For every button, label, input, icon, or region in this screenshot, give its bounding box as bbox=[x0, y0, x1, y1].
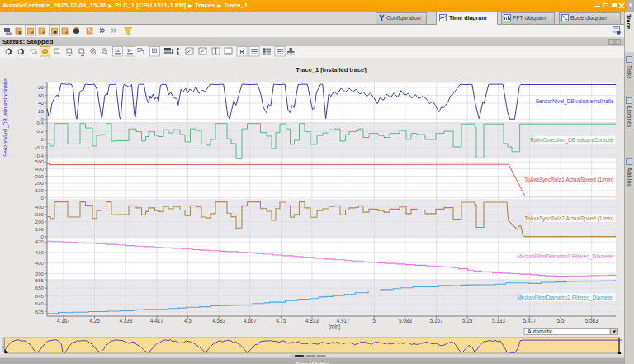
svg-text:300: 300 bbox=[35, 211, 45, 217]
svg-text:400: 400 bbox=[35, 204, 45, 210]
svg-text:5.5: 5.5 bbox=[557, 318, 565, 324]
svg-text:655: 655 bbox=[35, 277, 45, 283]
svg-text:420: 420 bbox=[35, 239, 45, 244]
svg-text:80: 80 bbox=[38, 84, 44, 90]
svg-text:5.583: 5.583 bbox=[585, 318, 599, 324]
svg-text:635: 635 bbox=[35, 309, 45, 314]
svg-text:MedianFilterDiametru1.Filtered: MedianFilterDiametru1.Filtered_Diameter bbox=[517, 253, 614, 260]
svg-text:Signal table: Signal table bbox=[296, 361, 329, 364]
svg-text:400: 400 bbox=[35, 166, 45, 172]
svg-text:4.833: 4.833 bbox=[305, 318, 319, 324]
svg-text:300: 300 bbox=[35, 173, 45, 179]
svg-text:SenzorNivel_DB.valoareInclinat: SenzorNivel_DB.valoareInclinatie bbox=[2, 78, 9, 157]
svg-text:MedianFilterDiametru2.Filtered: MedianFilterDiametru2.Filtered_Diameter bbox=[517, 295, 614, 301]
svg-text:0.4: 0.4 bbox=[37, 120, 45, 125]
svg-text:[min]: [min] bbox=[329, 324, 340, 330]
svg-text:Trace_1 [Installed trace]: Trace_1 [Installed trace] bbox=[296, 66, 367, 73]
svg-text:100: 100 bbox=[35, 187, 45, 193]
svg-text:5: 5 bbox=[373, 318, 376, 324]
svg-text:60: 60 bbox=[38, 92, 44, 98]
svg-text:R: R bbox=[240, 49, 244, 54]
svg-text:ToAxaSyncRola1.ActualSpeed (1/: ToAxaSyncRola1.ActualSpeed (1/min) bbox=[524, 177, 613, 183]
svg-text:0.2: 0.2 bbox=[37, 128, 45, 134]
svg-text:650: 650 bbox=[35, 285, 45, 291]
svg-text:4.167: 4.167 bbox=[57, 318, 70, 324]
svg-text:Automatic: Automatic bbox=[528, 329, 553, 334]
svg-text:4.583: 4.583 bbox=[212, 318, 225, 324]
svg-text:100: 100 bbox=[35, 226, 45, 232]
svg-text:640: 640 bbox=[35, 300, 45, 306]
svg-text:-0.2: -0.2 bbox=[35, 144, 44, 150]
svg-text:1=: 1= bbox=[127, 48, 132, 53]
svg-text:ToAxaSyncRola2.ActualSpeed (1/: ToAxaSyncRola2.ActualSpeed (1/min) bbox=[524, 215, 613, 222]
svg-text:4.5: 4.5 bbox=[184, 318, 192, 324]
svg-text:400: 400 bbox=[35, 260, 45, 266]
svg-text:5.333: 5.333 bbox=[492, 318, 505, 324]
svg-text:500: 500 bbox=[35, 158, 45, 164]
svg-text:410: 410 bbox=[35, 249, 45, 255]
svg-text:4.333: 4.333 bbox=[119, 318, 132, 324]
svg-text:5.417: 5.417 bbox=[523, 318, 537, 324]
svg-text:RatioCorection_DB.valoareCorec: RatioCorection_DB.valoareCorectie bbox=[530, 137, 614, 144]
svg-text:-0.4: -0.4 bbox=[35, 153, 44, 158]
svg-text:SenzorNivel_DB.valoareInclinat: SenzorNivel_DB.valoareInclinatie bbox=[536, 98, 614, 105]
svg-text:4.25: 4.25 bbox=[89, 318, 100, 324]
svg-text:5.083: 5.083 bbox=[399, 318, 412, 324]
svg-text:4.75: 4.75 bbox=[276, 318, 286, 324]
svg-text:200: 200 bbox=[35, 180, 45, 186]
svg-text:1x: 1x bbox=[115, 48, 120, 53]
svg-text:200: 200 bbox=[35, 219, 45, 225]
svg-text:4.667: 4.667 bbox=[244, 318, 257, 324]
svg-text:4.417: 4.417 bbox=[150, 318, 163, 324]
svg-text:390: 390 bbox=[35, 271, 45, 277]
svg-text:5.25: 5.25 bbox=[462, 318, 473, 324]
svg-text:645: 645 bbox=[35, 293, 45, 299]
svg-text:5.167: 5.167 bbox=[430, 318, 443, 324]
svg-text:20: 20 bbox=[38, 108, 44, 114]
svg-text:40: 40 bbox=[38, 100, 44, 106]
